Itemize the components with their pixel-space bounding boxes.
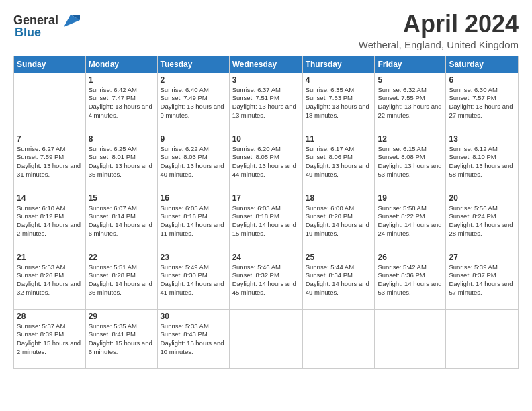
table-row: 10Sunrise: 6:20 AMSunset: 8:05 PMDayligh… — [229, 132, 302, 191]
day-info: Sunrise: 5:44 AMSunset: 8:34 PMDaylight:… — [306, 263, 372, 298]
table-row: 23Sunrise: 5:49 AMSunset: 8:30 PMDayligh… — [157, 250, 229, 309]
table-row: 13Sunrise: 6:12 AMSunset: 8:10 PMDayligh… — [446, 132, 519, 191]
day-info: Sunrise: 5:39 AMSunset: 8:37 PMDaylight:… — [449, 263, 515, 298]
day-info: Sunrise: 6:15 AMSunset: 8:08 PMDaylight:… — [378, 145, 443, 179]
day-number: 5 — [378, 75, 443, 85]
day-info: Sunrise: 5:51 AMSunset: 8:28 PMDaylight:… — [89, 263, 154, 298]
day-info: Sunrise: 6:22 AMSunset: 8:03 PMDaylight:… — [161, 145, 226, 179]
day-number: 19 — [378, 193, 443, 203]
table-row: 21Sunrise: 5:53 AMSunset: 8:26 PMDayligh… — [14, 250, 86, 309]
location: Wetheral, England, United Kingdom — [359, 39, 519, 50]
day-info: Sunrise: 6:32 AMSunset: 7:55 PMDaylight:… — [378, 86, 443, 120]
logo: General Blue — [13, 11, 80, 40]
day-number: 22 — [89, 253, 154, 262]
table-row: 29Sunrise: 5:35 AMSunset: 8:41 PMDayligh… — [85, 309, 157, 368]
day-info: Sunrise: 5:42 AMSunset: 8:36 PMDaylight:… — [378, 263, 443, 298]
day-number: 21 — [17, 253, 83, 262]
month-title: April 2024 — [359, 11, 519, 38]
table-row: 27Sunrise: 5:39 AMSunset: 8:37 PMDayligh… — [446, 250, 519, 309]
col-sunday: Sunday — [14, 56, 86, 73]
day-info: Sunrise: 6:17 AMSunset: 8:06 PMDaylight:… — [306, 145, 372, 179]
day-info: Sunrise: 6:00 AMSunset: 8:20 PMDaylight:… — [306, 204, 372, 238]
table-row: 4Sunrise: 6:35 AMSunset: 7:53 PMDaylight… — [302, 73, 375, 132]
table-row: 22Sunrise: 5:51 AMSunset: 8:28 PMDayligh… — [85, 250, 157, 309]
col-saturday: Saturday — [446, 56, 519, 73]
day-number: 12 — [378, 134, 443, 144]
col-thursday: Thursday — [302, 56, 375, 73]
col-wednesday: Wednesday — [229, 56, 302, 73]
day-number: 7 — [17, 134, 83, 144]
day-info: Sunrise: 6:37 AMSunset: 7:51 PMDaylight:… — [232, 86, 300, 120]
table-row: 15Sunrise: 6:07 AMSunset: 8:14 PMDayligh… — [85, 191, 157, 250]
table-row: 25Sunrise: 5:44 AMSunset: 8:34 PMDayligh… — [302, 250, 375, 309]
calendar-week-row: 28Sunrise: 5:37 AMSunset: 8:39 PMDayligh… — [14, 309, 519, 368]
calendar-week-row: 1Sunrise: 6:42 AMSunset: 7:47 PMDaylight… — [14, 73, 519, 132]
day-number: 14 — [17, 193, 83, 203]
table-row: 28Sunrise: 5:37 AMSunset: 8:39 PMDayligh… — [14, 309, 86, 368]
table-row: 26Sunrise: 5:42 AMSunset: 8:36 PMDayligh… — [375, 250, 446, 309]
day-number: 25 — [306, 253, 372, 262]
day-info: Sunrise: 6:35 AMSunset: 7:53 PMDaylight:… — [306, 86, 372, 120]
day-number: 28 — [17, 312, 83, 321]
day-info: Sunrise: 6:27 AMSunset: 7:59 PMDaylight:… — [17, 145, 83, 179]
day-number: 13 — [449, 134, 515, 144]
table-row: 30Sunrise: 5:33 AMSunset: 8:43 PMDayligh… — [157, 309, 229, 368]
day-number: 4 — [306, 75, 372, 85]
col-monday: Monday — [85, 56, 157, 73]
day-info: Sunrise: 5:49 AMSunset: 8:30 PMDaylight:… — [161, 263, 226, 298]
day-info: Sunrise: 6:42 AMSunset: 7:47 PMDaylight:… — [89, 86, 154, 120]
calendar-week-row: 21Sunrise: 5:53 AMSunset: 8:26 PMDayligh… — [14, 250, 519, 309]
logo-blue-text: Blue — [15, 26, 41, 40]
calendar-week-row: 14Sunrise: 6:10 AMSunset: 8:12 PMDayligh… — [14, 191, 519, 250]
table-row — [302, 309, 375, 368]
table-row: 17Sunrise: 6:03 AMSunset: 8:18 PMDayligh… — [229, 191, 302, 250]
day-number: 1 — [89, 75, 154, 85]
day-info: Sunrise: 6:20 AMSunset: 8:05 PMDaylight:… — [232, 145, 300, 179]
day-number: 6 — [449, 75, 515, 85]
table-row: 14Sunrise: 6:10 AMSunset: 8:12 PMDayligh… — [14, 191, 86, 250]
header: General Blue April 2024 Wetheral, Englan… — [13, 11, 519, 50]
day-number: 15 — [89, 193, 154, 203]
table-row: 24Sunrise: 5:46 AMSunset: 8:32 PMDayligh… — [229, 250, 302, 309]
day-info: Sunrise: 5:53 AMSunset: 8:26 PMDaylight:… — [17, 263, 83, 298]
day-info: Sunrise: 5:37 AMSunset: 8:39 PMDaylight:… — [17, 322, 83, 357]
col-tuesday: Tuesday — [157, 56, 229, 73]
table-row — [229, 309, 302, 368]
day-info: Sunrise: 6:12 AMSunset: 8:10 PMDaylight:… — [449, 145, 515, 179]
table-row: 19Sunrise: 5:58 AMSunset: 8:22 PMDayligh… — [375, 191, 446, 250]
table-row: 9Sunrise: 6:22 AMSunset: 8:03 PMDaylight… — [157, 132, 229, 191]
day-number: 23 — [161, 253, 226, 262]
table-row: 20Sunrise: 5:56 AMSunset: 8:24 PMDayligh… — [446, 191, 519, 250]
day-number: 30 — [161, 312, 226, 321]
day-number: 20 — [449, 193, 515, 203]
day-number: 16 — [161, 193, 226, 203]
table-row — [446, 309, 519, 368]
calendar-week-row: 7Sunrise: 6:27 AMSunset: 7:59 PMDaylight… — [14, 132, 519, 191]
day-info: Sunrise: 6:05 AMSunset: 8:16 PMDaylight:… — [161, 204, 226, 238]
table-row: 3Sunrise: 6:37 AMSunset: 7:51 PMDaylight… — [229, 73, 302, 132]
day-info: Sunrise: 5:46 AMSunset: 8:32 PMDaylight:… — [232, 263, 300, 298]
day-number: 26 — [378, 253, 443, 262]
day-info: Sunrise: 5:35 AMSunset: 8:41 PMDaylight:… — [89, 322, 154, 357]
day-info: Sunrise: 6:03 AMSunset: 8:18 PMDaylight:… — [232, 204, 300, 238]
day-info: Sunrise: 5:33 AMSunset: 8:43 PMDaylight:… — [161, 322, 226, 357]
calendar-table: Sunday Monday Tuesday Wednesday Thursday… — [13, 56, 519, 369]
table-row — [14, 73, 86, 132]
col-friday: Friday — [375, 56, 446, 73]
table-row — [375, 309, 446, 368]
day-info: Sunrise: 6:10 AMSunset: 8:12 PMDaylight:… — [17, 204, 83, 238]
table-row: 7Sunrise: 6:27 AMSunset: 7:59 PMDaylight… — [14, 132, 86, 191]
table-row: 12Sunrise: 6:15 AMSunset: 8:08 PMDayligh… — [375, 132, 446, 191]
day-info: Sunrise: 5:58 AMSunset: 8:22 PMDaylight:… — [378, 204, 443, 238]
day-number: 9 — [161, 134, 226, 144]
day-number: 10 — [232, 134, 300, 144]
day-info: Sunrise: 6:30 AMSunset: 7:57 PMDaylight:… — [449, 86, 515, 120]
table-row: 16Sunrise: 6:05 AMSunset: 8:16 PMDayligh… — [157, 191, 229, 250]
table-row: 5Sunrise: 6:32 AMSunset: 7:55 PMDaylight… — [375, 73, 446, 132]
day-number: 27 — [449, 253, 515, 262]
day-number: 24 — [232, 253, 300, 262]
day-number: 17 — [232, 193, 300, 203]
logo-icon — [61, 11, 80, 30]
day-info: Sunrise: 6:40 AMSunset: 7:49 PMDaylight:… — [161, 86, 226, 120]
title-block: April 2024 Wetheral, England, United Kin… — [359, 11, 519, 50]
